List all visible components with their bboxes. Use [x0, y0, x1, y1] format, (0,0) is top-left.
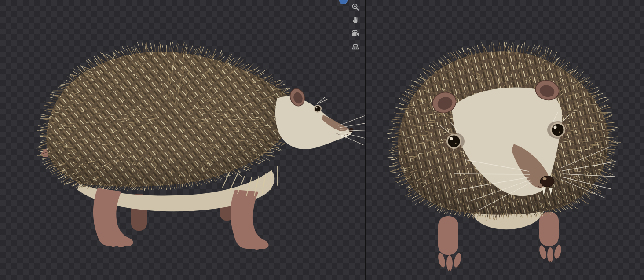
viewport: [0, 0, 644, 280]
eye-highlight: [316, 107, 318, 109]
front-left-toes: [437, 252, 462, 271]
right-eye: [552, 124, 564, 136]
nose: [349, 128, 354, 132]
nose: [540, 176, 554, 187]
pan-icon[interactable]: [351, 16, 360, 25]
front-right-toes: [538, 244, 562, 262]
viewport-gizmos: [351, 3, 360, 51]
left-eye-highlight: [450, 137, 453, 140]
perspective-grid-icon[interactable]: [351, 42, 360, 51]
camera-view-icon[interactable]: [351, 29, 360, 38]
front-left-leg: [438, 216, 458, 255]
face: [275, 96, 352, 149]
viewport-pane-right[interactable]: [366, 0, 644, 280]
left-eye: [448, 136, 460, 147]
spine-dome-shading: [47, 52, 295, 186]
eye: [315, 106, 321, 112]
hedgehog-front-model[interactable]: [383, 42, 629, 277]
right-eye-highlight: [554, 126, 557, 129]
front-right-leg: [539, 212, 559, 246]
viewport-pane-left[interactable]: [0, 0, 365, 280]
zoom-icon[interactable]: [351, 3, 360, 11]
nose-highlight: [543, 177, 547, 180]
hedgehog-side-model[interactable]: [31, 42, 365, 262]
nav-axis-dot[interactable]: [339, 0, 348, 4]
hedgehog-side: [36, 42, 365, 250]
hedgehog-front: [387, 42, 621, 271]
front-leg: [231, 190, 269, 249]
right-eye-glint: [559, 131, 560, 133]
left-eye-glint: [455, 143, 456, 144]
